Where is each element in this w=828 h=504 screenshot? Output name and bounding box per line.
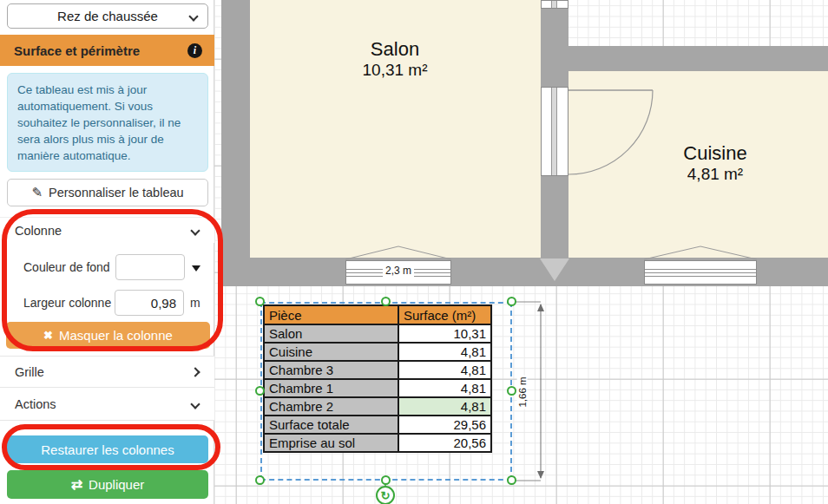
separator <box>0 420 214 421</box>
column-width-input[interactable] <box>115 290 184 316</box>
handle-top-middle[interactable] <box>381 297 391 306</box>
window-cuisine[interactable] <box>644 260 757 285</box>
col-header-surface[interactable]: Surface (m²) <box>398 305 491 324</box>
room-name: Cuisine <box>628 142 802 164</box>
table-row: Emprise au sol20,56 <box>264 434 491 452</box>
repeat-icon: ⇄ <box>71 476 82 493</box>
cell-surface-value-selected[interactable]: 4,81 <box>398 397 491 416</box>
table-row: Chambre 24,81 <box>264 397 491 416</box>
bg-color-input[interactable] <box>115 254 185 280</box>
handle-bottom-right[interactable] <box>507 475 516 485</box>
floor-planner-app: Salon 10,31 m² Cuisine 4,81 m² 2,3 m Piè… <box>0 0 828 504</box>
room-area: 10,31 m² <box>308 60 482 81</box>
rotate-handle-icon[interactable]: ↻ <box>376 486 395 504</box>
cell-surface-value[interactable]: 4,81 <box>398 361 491 379</box>
chevron-down-icon <box>190 399 200 409</box>
table-row: Salon10,31 <box>264 324 491 343</box>
handle-top-left[interactable] <box>255 297 265 306</box>
wall-top-right[interactable] <box>568 46 828 71</box>
column-width-label: Largeur colonne <box>23 290 111 316</box>
handle-middle-left[interactable] <box>255 386 265 396</box>
cell-room-name[interactable]: Chambre 1 <box>264 379 398 397</box>
duplicate-button[interactable]: ⇄ Dupliquer <box>7 470 208 499</box>
cell-room-name[interactable]: Surface totale <box>264 416 398 434</box>
table-header-row: Pièce Surface (m²) <box>264 305 491 324</box>
section-colonne[interactable]: Colonne <box>0 217 214 243</box>
table-row: Cuisine4,81 <box>264 343 491 361</box>
section-actions[interactable]: Actions <box>0 387 214 420</box>
handle-bottom-left[interactable] <box>255 475 265 485</box>
cell-room-name[interactable]: Chambre 2 <box>264 397 398 416</box>
handle-middle-right[interactable] <box>507 386 516 396</box>
room-label-cuisine: Cuisine 4,81 m² <box>628 142 802 185</box>
table-row: Chambre 34,81 <box>264 361 491 379</box>
col-header-piece[interactable]: Pièce <box>264 305 398 324</box>
handle-bottom-middle[interactable] <box>381 475 391 485</box>
dimension-table-height: 1,66 m <box>522 370 536 415</box>
cell-room-name[interactable]: Cuisine <box>264 343 398 361</box>
hide-column-button[interactable]: ✖ Masquer la colonne <box>6 322 210 349</box>
table-row: Surface totale29,56 <box>264 416 491 434</box>
cell-surface-value[interactable]: 29,56 <box>398 416 491 434</box>
table-row: Chambre 14,81 <box>264 379 491 397</box>
window-middle-wall[interactable] <box>541 87 568 176</box>
panel-title: Surface et périmètre <box>14 43 187 58</box>
floor-selector-value: Rez de chaussée <box>57 9 158 23</box>
cell-surface-value[interactable]: 20,56 <box>398 434 491 452</box>
floor-selector[interactable]: Rez de chaussée <box>7 3 208 29</box>
plan-canvas[interactable]: Salon 10,31 m² Cuisine 4,81 m² 2,3 m Piè… <box>214 0 828 504</box>
info-icon[interactable]: i <box>187 43 202 58</box>
cell-surface-value[interactable]: 4,81 <box>398 343 491 361</box>
room-name: Salon <box>308 38 482 60</box>
width-unit: m <box>190 290 200 316</box>
edit-icon: ✎ <box>31 185 43 200</box>
info-message: Ce tableau est mis à jour automatiquemen… <box>7 73 208 172</box>
color-dropdown-icon[interactable] <box>192 265 200 272</box>
dimension-window-width: 2,3 m <box>345 265 451 277</box>
sidebar: Rez de chaussée Surface et périmètre i C… <box>0 0 214 504</box>
close-icon: ✖ <box>43 329 53 342</box>
cell-room-name[interactable]: Salon <box>264 324 398 343</box>
customize-table-button[interactable]: ✎ Personnaliser le tableau <box>7 179 208 206</box>
cell-room-name[interactable]: Chambre 3 <box>264 361 398 379</box>
surface-table[interactable]: Pièce Surface (m²) Salon10,31Cuisine4,81… <box>263 304 492 453</box>
cell-room-name[interactable]: Emprise au sol <box>264 434 398 452</box>
window-pane <box>551 88 557 175</box>
restore-columns-button[interactable]: Restaurer les colonnes <box>7 435 208 463</box>
handle-top-right[interactable] <box>507 297 516 306</box>
room-label-salon: Salon 10,31 m² <box>308 38 482 81</box>
bg-color-label: Couleur de fond <box>23 254 110 280</box>
cell-surface-value[interactable]: 4,81 <box>398 379 491 397</box>
room-area: 4,81 m² <box>628 164 802 185</box>
wall-left[interactable] <box>221 0 250 286</box>
chevron-right-icon <box>190 367 200 376</box>
window-pane <box>551 1 557 8</box>
panel-header: Surface et périmètre i <box>0 35 214 66</box>
chevron-down-icon <box>190 226 200 235</box>
cell-surface-value[interactable]: 10,31 <box>398 324 491 343</box>
window-top-stub[interactable] <box>541 0 568 9</box>
chevron-down-icon <box>188 11 198 21</box>
section-grille[interactable]: Grille <box>0 356 214 387</box>
